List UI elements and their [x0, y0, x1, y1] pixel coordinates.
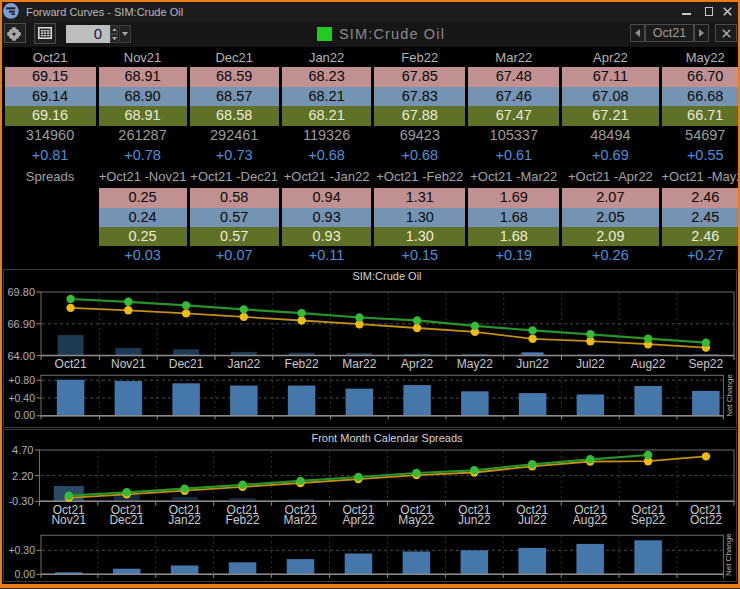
svg-text:+0.30: +0.30: [8, 544, 35, 556]
svg-text:Nov21: Nov21: [111, 357, 146, 371]
svg-text:+0.40: +0.40: [8, 392, 35, 404]
svg-text:Net Change: Net Change: [725, 533, 734, 576]
svg-text:Jul22: Jul22: [576, 357, 605, 371]
svg-text:Sep22: Sep22: [688, 357, 723, 371]
svg-text:Aug22: Aug22: [631, 357, 666, 371]
svg-text:64.00: 64.00: [7, 350, 35, 362]
svg-text:Net Change: Net Change: [725, 374, 734, 417]
svg-text:Jan22: Jan22: [168, 513, 201, 527]
svg-text:Dec21: Dec21: [169, 357, 204, 371]
svg-text:2.20: 2.20: [12, 470, 33, 482]
svg-text:Mar22: Mar22: [284, 513, 318, 527]
svg-text:Jun22: Jun22: [516, 357, 549, 371]
svg-text:69.80: 69.80: [7, 286, 35, 298]
svg-text:Apr22: Apr22: [401, 357, 433, 371]
svg-text:Nov21: Nov21: [51, 513, 86, 527]
svg-text:May22: May22: [398, 513, 434, 527]
svg-text:Feb22: Feb22: [226, 513, 260, 527]
svg-text:Front Month Calendar Spreads: Front Month Calendar Spreads: [311, 432, 463, 444]
svg-text:0.00: 0.00: [15, 409, 36, 421]
svg-text:66.90: 66.90: [7, 318, 35, 330]
svg-text:Oct21: Oct21: [55, 357, 87, 371]
svg-text:4.70: 4.70: [12, 444, 33, 456]
svg-text:Feb22: Feb22: [285, 357, 319, 371]
svg-text:Sep22: Sep22: [631, 513, 666, 527]
svg-text:Mar22: Mar22: [342, 357, 376, 371]
svg-text:Jun22: Jun22: [458, 513, 491, 527]
svg-text:Dec21: Dec21: [109, 513, 144, 527]
svg-text:Oct22: Oct22: [690, 513, 722, 527]
svg-text:Jan22: Jan22: [227, 357, 260, 371]
svg-text:-0.30: -0.30: [8, 495, 33, 507]
svg-text:Aug22: Aug22: [573, 513, 608, 527]
svg-text:Apr22: Apr22: [342, 513, 374, 527]
svg-text:0.00: 0.00: [15, 568, 36, 580]
svg-text:Jul22: Jul22: [518, 513, 547, 527]
svg-text:SIM:Crude Oil: SIM:Crude Oil: [352, 270, 421, 282]
svg-text:May22: May22: [457, 357, 493, 371]
svg-text:+0.80: +0.80: [8, 374, 35, 386]
